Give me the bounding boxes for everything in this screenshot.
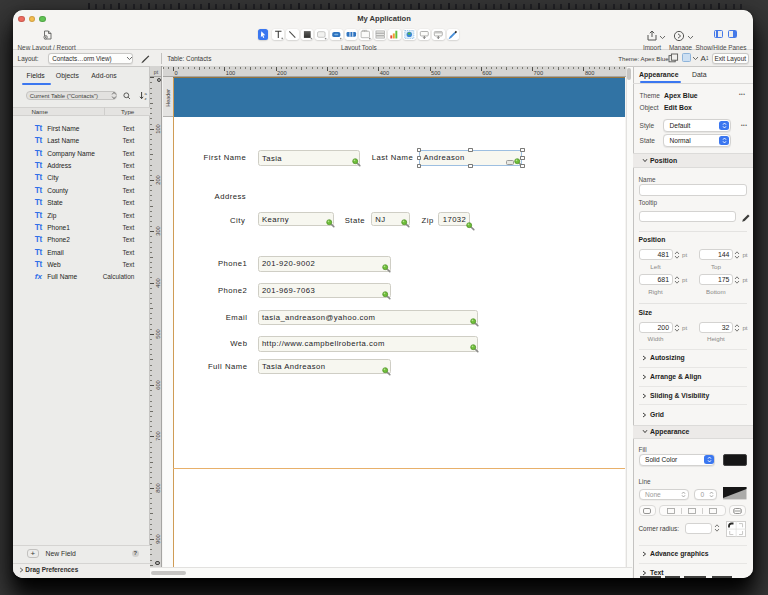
svg-text:z: z xyxy=(144,96,146,100)
